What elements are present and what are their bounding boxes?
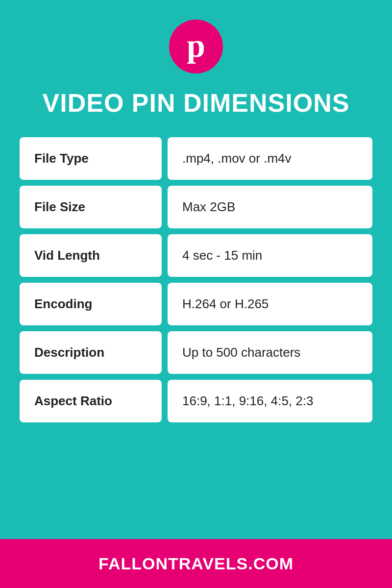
cell-label-0: File Type — [20, 137, 162, 180]
footer-text: FALLONTRAVELS.COM — [98, 554, 294, 573]
cell-value-0: .mp4, .mov or .m4v — [168, 137, 372, 180]
table-row: File SizeMax 2GB — [20, 186, 372, 228]
value-text-1: Max 2GB — [182, 199, 235, 215]
cell-value-4: Up to 500 characters — [168, 331, 372, 374]
label-text-2: Vid Length — [34, 248, 100, 263]
cell-value-5: 16:9, 1:1, 9:16, 4:5, 2:3 — [168, 380, 372, 422]
value-text-5: 16:9, 1:1, 9:16, 4:5, 2:3 — [182, 393, 313, 409]
page-title: VIDEO PIN DIMENSIONS — [43, 88, 350, 118]
pinterest-icon: p — [187, 29, 205, 62]
value-text-0: .mp4, .mov or .m4v — [182, 151, 292, 166]
cell-label-1: File Size — [20, 186, 162, 228]
cell-label-5: Aspect Ratio — [20, 380, 162, 422]
value-text-3: H.264 or H.265 — [182, 296, 269, 312]
label-text-0: File Type — [34, 151, 89, 166]
label-text-3: Encoding — [34, 296, 92, 312]
footer: FALLONTRAVELS.COM — [0, 539, 392, 588]
cell-value-2: 4 sec - 15 min — [168, 234, 372, 277]
table-row: Vid Length4 sec - 15 min — [20, 234, 372, 277]
value-text-4: Up to 500 characters — [182, 345, 300, 360]
cell-label-3: Encoding — [20, 283, 162, 325]
main-content: p VIDEO PIN DIMENSIONS File Type.mp4, .m… — [0, 0, 392, 539]
pinterest-logo: p — [169, 20, 223, 74]
table-row: File Type.mp4, .mov or .m4v — [20, 137, 372, 180]
label-text-5: Aspect Ratio — [34, 393, 112, 409]
dimensions-table: File Type.mp4, .mov or .m4vFile SizeMax … — [20, 137, 372, 428]
table-row: EncodingH.264 or H.265 — [20, 283, 372, 325]
cell-label-4: Description — [20, 331, 162, 374]
label-text-4: Description — [34, 345, 104, 360]
value-text-2: 4 sec - 15 min — [182, 248, 262, 263]
table-row: Aspect Ratio16:9, 1:1, 9:16, 4:5, 2:3 — [20, 380, 372, 422]
label-text-1: File Size — [34, 199, 85, 215]
cell-label-2: Vid Length — [20, 234, 162, 277]
cell-value-3: H.264 or H.265 — [168, 283, 372, 325]
table-row: DescriptionUp to 500 characters — [20, 331, 372, 374]
cell-value-1: Max 2GB — [168, 186, 372, 228]
